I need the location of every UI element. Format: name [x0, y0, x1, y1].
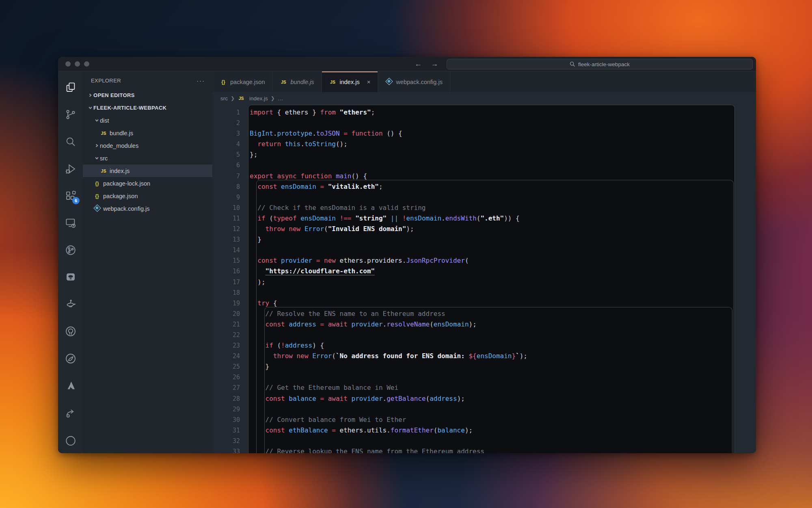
close-window-icon[interactable]	[65, 61, 71, 67]
file-tree: OPEN EDITORSFLEEK-ARTICLE-WEBPACKdistJSb…	[83, 89, 212, 215]
code-line-14: 14	[212, 245, 756, 255]
line-content: const ethBalance = ethers.utils.formatEt…	[240, 425, 473, 436]
tree-item-index-js[interactable]: JSindex.js	[83, 164, 212, 177]
tree-item-label: webpack.config.js	[103, 205, 149, 212]
activity-clock-icon[interactable]	[58, 426, 83, 453]
tree-item-label: package-lock.json	[103, 180, 150, 187]
tab-label: bundle.js	[290, 79, 314, 85]
activity-github-icon[interactable]	[58, 318, 83, 345]
line-content: try {	[240, 298, 277, 309]
tree-item-package-json[interactable]: {}package.json	[83, 190, 212, 202]
tree-item-package-lock-json[interactable]: {}package-lock.json	[83, 177, 212, 190]
activity-git-graph-icon[interactable]	[58, 236, 83, 264]
code-line-33: 33 // Reverse lookup the ENS name from t…	[212, 446, 756, 453]
code-line-29: 29	[212, 404, 756, 415]
activity-explorer-icon[interactable]	[58, 74, 83, 101]
breadcrumb[interactable]: src❯JSindex.js❯…	[212, 93, 756, 104]
tree-item-node-modules[interactable]: node_modules	[83, 139, 212, 152]
activity-extensions-icon[interactable]: 6	[58, 182, 83, 210]
line-number: 23	[212, 340, 240, 351]
activity-compass-icon[interactable]	[58, 345, 83, 372]
tree-item-label: dist	[100, 117, 109, 124]
js-file-icon: JS	[238, 96, 245, 101]
activity-search-icon[interactable]	[58, 128, 83, 155]
activity-genie-lamp-icon[interactable]	[58, 291, 83, 318]
tree-item-label: index.js	[110, 168, 130, 174]
minimize-window-icon[interactable]	[75, 61, 80, 67]
code-line-4: 4 return this.toString();	[212, 139, 756, 149]
tab-bundle-js[interactable]: JSbundle.js	[272, 71, 322, 92]
line-content	[240, 288, 250, 298]
activity-source-control-icon[interactable]	[58, 101, 83, 128]
search-icon	[65, 136, 77, 148]
line-content: throw new Error(`No address found for EN…	[240, 351, 527, 361]
line-content: }	[240, 361, 269, 372]
line-content	[240, 118, 250, 128]
breadcrumb-label: src	[220, 95, 228, 102]
zoom-window-icon[interactable]	[84, 61, 89, 67]
tab-label: index.js	[340, 79, 360, 85]
line-number: 16	[212, 266, 240, 277]
line-number: 10	[212, 203, 240, 213]
more-actions-icon[interactable]: ···	[197, 77, 205, 84]
code-line-24: 24 throw new Error(`No address found for…	[212, 351, 756, 361]
tab-index-js[interactable]: JSindex.js×	[322, 71, 378, 92]
line-number: 25	[212, 361, 240, 372]
webpack-file-icon	[93, 205, 101, 212]
line-content	[240, 245, 250, 255]
code-line-21: 21 const address = await provider.resolv…	[212, 319, 756, 330]
tree-item-src[interactable]: src	[83, 152, 212, 164]
tree-item-label: bundle.js	[110, 130, 133, 136]
code-line-3: 3BigInt.prototype.toJSON = function () {	[212, 128, 756, 139]
line-number: 30	[212, 415, 240, 425]
line-number: 18	[212, 288, 240, 298]
tree-item-webpack-config-js[interactable]: webpack.config.js	[83, 202, 212, 215]
line-content: if (typeof ensDomain !== "string" || !en…	[240, 213, 520, 224]
activity-remote-explorer-icon[interactable]	[58, 210, 83, 237]
activity-container-icon[interactable]	[58, 264, 83, 291]
line-content: // Get the Ethereum balance in Wei	[240, 383, 398, 393]
code-line-9: 9	[212, 192, 756, 203]
activity-azure-icon[interactable]	[58, 372, 83, 399]
container-icon	[65, 271, 77, 283]
tree-item-dist[interactable]: dist	[83, 114, 212, 127]
line-content	[240, 330, 250, 340]
line-number: 6	[212, 160, 240, 171]
genie-lamp-icon	[65, 298, 77, 310]
activity-run-debug-icon[interactable]	[58, 155, 83, 182]
js-file-icon: JS	[280, 80, 287, 84]
line-content: const provider = new ethers.providers.Js…	[240, 255, 469, 266]
tab-webpack-config-js[interactable]: webpack.config.js	[378, 71, 450, 92]
code-line-26: 26	[212, 372, 756, 383]
forward-arrow-icon[interactable]: →	[431, 60, 438, 68]
close-icon[interactable]: ×	[367, 78, 371, 85]
line-number: 5	[212, 149, 240, 160]
code-lines: 1import { ethers } from "ethers";23BigIn…	[212, 107, 756, 453]
breadcrumb-item[interactable]: src	[220, 95, 228, 102]
activity-live-share-icon[interactable]	[58, 399, 83, 426]
line-number: 17	[212, 277, 240, 288]
git-graph-icon	[65, 244, 77, 256]
tab-package-json[interactable]: {}package.json	[212, 71, 272, 92]
breadcrumb-item[interactable]: …	[278, 95, 283, 102]
tree-item-fleek-article-webpack[interactable]: FLEEK-ARTICLE-WEBPACK	[83, 102, 212, 114]
js-file-icon: JS	[100, 131, 107, 136]
command-center[interactable]: fleek-article-webpack	[447, 59, 753, 69]
line-content: BigInt.prototype.toJSON = function () {	[240, 128, 402, 139]
tree-item-bundle-js[interactable]: JSbundle.js	[83, 127, 212, 139]
code-line-19: 19 try {	[212, 298, 756, 309]
breadcrumb-item[interactable]: JSindex.js	[238, 95, 268, 102]
code-editor[interactable]: 1import { ethers } from "ethers";23BigIn…	[212, 104, 756, 453]
tree-item-label: src	[100, 155, 108, 162]
line-number: 26	[212, 372, 240, 383]
tree-item-open-editors[interactable]: OPEN EDITORS	[83, 89, 212, 102]
webpack-file-icon	[385, 79, 393, 85]
line-content: // Resolve the ENS name to an Ethereum a…	[240, 309, 445, 319]
github-icon	[65, 325, 77, 337]
back-arrow-icon[interactable]: ←	[415, 60, 422, 68]
titlebar: ← → fleek-article-webpack	[58, 57, 756, 71]
line-content	[240, 160, 250, 171]
chevron-right-icon	[93, 143, 100, 149]
line-number: 15	[212, 255, 240, 266]
code-line-25: 25 }	[212, 361, 756, 372]
